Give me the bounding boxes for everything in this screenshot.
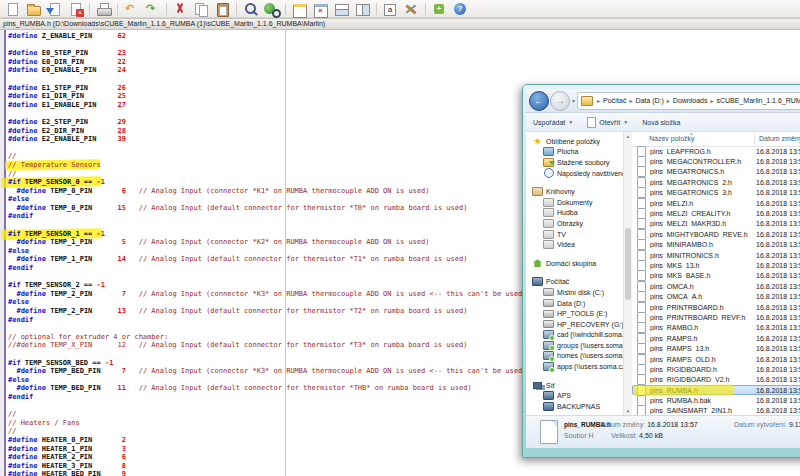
sidebar-item-label: BACKUPNAS xyxy=(557,403,600,410)
file-row[interactable]: pins_RAMPS_13.h16.8.2018 13:57 xyxy=(632,343,800,353)
file-row[interactable]: pins_MEGATRONICS.h16.8.2018 13:57 xyxy=(632,167,800,177)
file-date: 16.8.2018 13:57 xyxy=(756,283,800,290)
redo-icon[interactable] xyxy=(142,1,163,17)
back-button[interactable] xyxy=(529,91,549,111)
address-bar[interactable]: ▸Počítač▸Data (D:)▸Downloads▸sCUBE_Marli… xyxy=(577,92,800,110)
breadcrumb-item[interactable]: Data (D:) xyxy=(635,97,663,104)
sidebar-item-dom-c-skupina[interactable]: Domácí skupina xyxy=(526,258,632,269)
save-as-icon[interactable] xyxy=(44,1,65,17)
file-date: 16.8.2018 13:57 xyxy=(756,252,800,259)
scrollbar-thumb[interactable] xyxy=(625,228,631,300)
details-pane: pins_RUMBA.h Datum změny:16.8.2018 13:57… xyxy=(526,415,800,448)
sidebar-item-label: Místní disk (C:) xyxy=(557,289,604,296)
sidebar-item-label: TV xyxy=(557,231,566,238)
sidebar-item-homes-users-soma-cz[interactable]: homes (\\users.soma.cz) xyxy=(526,351,632,362)
sidebar-item-apps-users-soma-cz-z[interactable]: apps (\\users.soma.cz) (Z xyxy=(526,361,632,372)
tile-vertical-icon[interactable] xyxy=(352,1,373,17)
sidebar-item-tv[interactable]: TV xyxy=(526,229,632,240)
scroll-up-icon[interactable] xyxy=(624,132,632,140)
sidebar-item-videa[interactable]: Videa xyxy=(526,239,632,250)
file-row[interactable]: pins_OMCA_A.h16.8.2018 13:57 xyxy=(632,291,800,301)
column-header-name[interactable]: Název položky xyxy=(649,135,695,142)
tile-horizontal-icon[interactable] xyxy=(331,1,352,17)
file-row[interactable]: pins_MEGATRONICS_2.h16.8.2018 13:57 xyxy=(632,177,800,187)
file-row[interactable]: pins_PRINTRBOARD.h16.8.2018 13:57 xyxy=(632,302,800,312)
scroll-down-icon[interactable] xyxy=(624,407,632,415)
file-row[interactable]: pins_RIGIDBOARD_V2.h16.8.2018 13:57 xyxy=(632,375,800,385)
sidebar-item-plocha[interactable]: Plocha xyxy=(526,147,632,158)
sidebar-item-label: apps (\\users.soma.cz) (Z xyxy=(557,363,632,370)
file-row[interactable]: pins_MELZI_MAKR3D.h16.8.2018 13:57 xyxy=(632,219,800,229)
sidebar-item-sta-en-soubory[interactable]: Stažené soubory xyxy=(526,157,632,168)
sidebar-item-obr-zky[interactable]: Obrázky xyxy=(526,218,632,229)
cut-icon[interactable] xyxy=(170,1,191,17)
file-row[interactable]: pins_MKS_BASE.h16.8.2018 13:57 xyxy=(632,271,800,281)
sidebar-item-po-ta[interactable]: Počítač xyxy=(526,277,632,288)
file-row[interactable]: pins_MEGACONTROLLER.h16.8.2018 13:57 xyxy=(632,156,800,166)
file-row[interactable]: pins_MEGATRONICS_3.h16.8.2018 13:57 xyxy=(632,188,800,198)
close-file-icon[interactable] xyxy=(65,1,86,17)
sidebar-item-dokumenty[interactable]: Dokumenty xyxy=(526,197,632,208)
breadcrumb-item[interactable]: Downloads xyxy=(673,97,708,104)
paste-icon[interactable] xyxy=(212,1,233,17)
sidebar-item-cad-windchill-soma-cz[interactable]: cad (\\windchill.soma.cz) xyxy=(526,330,632,341)
forward-button[interactable] xyxy=(550,91,570,111)
file-row[interactable]: pins_LEAPFROG.h16.8.2018 13:57 xyxy=(632,146,800,156)
sidebar-item-hp-recovery-g[interactable]: HP_RECOVERY (G:) xyxy=(526,319,632,330)
font-icon[interactable] xyxy=(380,1,401,17)
file-row[interactable]: pins_RAMBO.h16.8.2018 13:57 xyxy=(632,323,800,333)
open-button[interactable]: Otevřít xyxy=(587,117,628,128)
sidebar-scrollbar[interactable] xyxy=(623,132,632,415)
plugin-icon[interactable] xyxy=(429,1,450,17)
file-row[interactable]: pins_RAMPS_OLD.h16.8.2018 13:57 xyxy=(632,354,800,364)
sidebar-item-s[interactable]: Síť xyxy=(526,380,632,391)
organize-label: Uspořádat xyxy=(533,119,565,126)
sidebar-item-aps[interactable]: APS xyxy=(526,390,632,401)
sidebar-item-m-stn-disk-c[interactable]: Místní disk (C:) xyxy=(526,287,632,298)
print-icon[interactable] xyxy=(93,1,114,17)
file-icon xyxy=(637,364,646,375)
copy-icon[interactable] xyxy=(191,1,212,17)
file-row[interactable]: pins_RUMBA.h.bak16.8.2018 13:57 xyxy=(632,395,800,405)
file-row[interactable]: pins_MINITRONICS.h16.8.2018 13:57 xyxy=(632,250,800,260)
lib-folder-icon xyxy=(543,197,554,207)
sidebar-item-label: Počítač xyxy=(546,278,569,285)
sidebar-item-data-d[interactable]: Data (D:) xyxy=(526,298,632,309)
sidebar-item-backupnas[interactable]: BACKUPNAS xyxy=(526,401,632,412)
breadcrumb-item[interactable]: Počítač xyxy=(603,97,626,104)
file-row[interactable]: pins_MELZI.h16.8.2018 13:57 xyxy=(632,198,800,208)
new-folder-button[interactable]: Nová složka xyxy=(642,119,680,126)
sidebar-item-hudba[interactable]: Hudba xyxy=(526,208,632,219)
find-icon[interactable] xyxy=(240,1,261,17)
sidebar-item-groups-users-soma-cz[interactable]: groups (\\users.soma.cz) xyxy=(526,340,632,351)
file-row[interactable]: pins_MKS_13.h16.8.2018 13:57 xyxy=(632,260,800,270)
breadcrumb-item[interactable]: sCUBE_Marlin_1.1.6_RUMBA (1) xyxy=(716,97,800,104)
undo-icon[interactable] xyxy=(121,1,142,17)
sidebar-item-knihovny[interactable]: Knihovny xyxy=(526,186,632,197)
close-window-icon[interactable] xyxy=(310,1,331,17)
file-row[interactable]: pins_RUMBA.h16.8.2018 13:57 xyxy=(632,385,800,395)
file-row[interactable]: pins_MELZI_CREALITY.h16.8.2018 13:57 xyxy=(632,208,800,218)
open-folder-icon[interactable] xyxy=(23,1,44,17)
history-dropdown-icon[interactable] xyxy=(572,97,575,104)
sidebar-item-obl-ben-polo-ky[interactable]: Oblíbené položky xyxy=(526,136,632,147)
search-web-icon[interactable] xyxy=(261,1,282,17)
file-name: pins_MKS_BASE.h xyxy=(650,272,756,279)
file-row[interactable]: pins_PRINTRBOARD_REVF.h16.8.2018 13:57 xyxy=(632,312,800,322)
file-row[interactable]: pins_SAINSMART_2IN1.h16.8.2018 13:57 xyxy=(632,406,800,415)
column-header-date[interactable]: Datum změny xyxy=(759,135,800,142)
file-row[interactable]: pins_RIGIDBOARD.h16.8.2018 13:57 xyxy=(632,364,800,374)
sidebar-item-label: Videa xyxy=(557,241,575,248)
organize-button[interactable]: Uspořádat xyxy=(533,119,573,126)
file-row[interactable]: pins_MINIRAMBO.h16.8.2018 13:57 xyxy=(632,240,800,250)
new-window-icon[interactable] xyxy=(289,1,310,17)
tools-icon[interactable] xyxy=(401,1,422,17)
file-date: 16.8.2018 13:57 xyxy=(756,210,800,217)
file-row[interactable]: pins_OMCA.h16.8.2018 13:57 xyxy=(632,281,800,291)
file-row[interactable]: pins_RAMPS.h16.8.2018 13:57 xyxy=(632,333,800,343)
help-icon[interactable] xyxy=(450,1,471,17)
new-file-icon[interactable] xyxy=(2,1,23,17)
sidebar-item-hp-tools-e[interactable]: HP_TOOLS (E:) xyxy=(526,308,632,319)
sidebar-item-naposledy-nav-t-ven[interactable]: Naposledy navštívené xyxy=(526,168,632,179)
file-row[interactable]: pins_MIGHTYBOARD_REVE.h16.8.2018 13:57 xyxy=(632,229,800,239)
